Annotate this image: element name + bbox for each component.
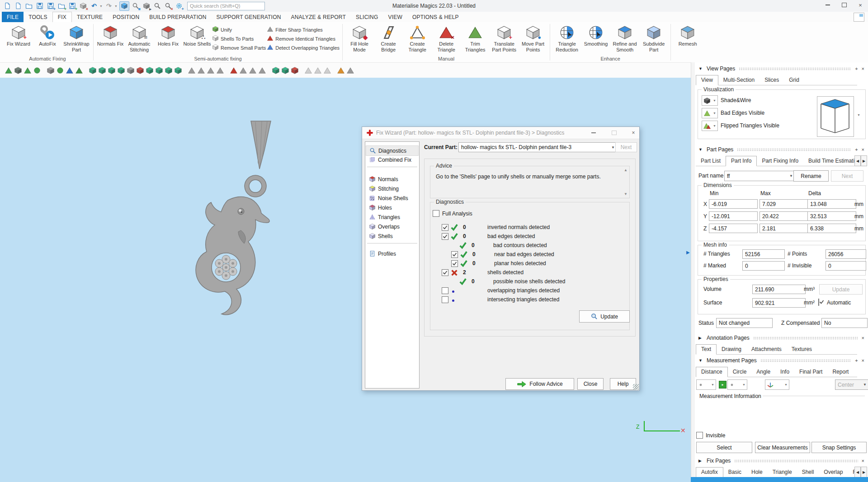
fix-nav-profiles[interactable]: Profiles [366, 249, 419, 258]
dialog-minimize-button[interactable] [586, 127, 601, 138]
automatic-stitching-button[interactable]: ≡Automatic Stitching [125, 23, 153, 53]
mesh-tool-icon-15[interactable] [145, 66, 154, 75]
menu-file[interactable]: FILE [2, 12, 24, 22]
noise-shells-button[interactable]: ∴Noise Shells [183, 23, 211, 47]
menu-fix[interactable]: FIX [52, 12, 72, 22]
fix-nav-combined-fix[interactable]: Combined Fix [366, 155, 419, 164]
mesh-tool-icon-23[interactable] [229, 66, 238, 75]
fix-nav-shells[interactable]: Shells [366, 231, 419, 241]
fix-pages-header[interactable]: ▶ Fix Pages × [695, 457, 868, 464]
triangle-reduction-button[interactable]: Triangle Reduction [553, 23, 581, 53]
mesh-tool-icon-2[interactable] [13, 66, 23, 75]
preview-caret-icon[interactable]: ▼ [857, 113, 860, 117]
mesh-tool-icon-8[interactable] [74, 66, 84, 75]
follow-advice-button[interactable]: Follow Advice [505, 378, 574, 390]
export-part-icon[interactable]: + [68, 2, 77, 10]
close-section-icon[interactable]: × [862, 358, 864, 363]
menu-position[interactable]: POSITION [108, 12, 144, 22]
undo-icon[interactable]: ↶ [90, 2, 99, 10]
delete-triangle-button[interactable]: ×Delete Triangle [432, 23, 460, 53]
mesh-tool-icon-1[interactable] [4, 66, 13, 75]
fill-hole-mode-button[interactable]: ◆Fill Hole Mode [345, 23, 373, 53]
view-part-icon[interactable]: ▸ [142, 2, 151, 10]
diagnostic-checkbox[interactable] [442, 224, 448, 231]
measurement-tab-angle[interactable]: Angle [751, 367, 775, 377]
measurement-tab-distance[interactable]: Distance [696, 367, 728, 377]
diagnostic-checkbox[interactable] [442, 233, 448, 240]
mesh-tool-icon-26[interactable] [257, 66, 267, 75]
save-icon[interactable] [35, 2, 44, 10]
remove-part-icon[interactable]: × [79, 2, 88, 10]
tab-scroll-arrows[interactable]: ◀ ▶ [854, 155, 867, 166]
menu-options-help[interactable]: OPTIONS & HELP [407, 12, 464, 22]
invisible-checkbox[interactable]: Invisible [696, 432, 725, 439]
diagnostic-checkbox[interactable] [442, 296, 448, 303]
expand-icon[interactable]: ▶ [698, 459, 703, 463]
fix-nav-holes[interactable]: Holes [366, 203, 419, 212]
part-tab-part-fixing-info[interactable]: Part Fixing Info [757, 156, 803, 166]
menu-analyze-report[interactable]: ANALYZE & REPORT [286, 12, 351, 22]
mesh-tool-icon-22[interactable] [215, 66, 225, 75]
point-mode-dropdown-2[interactable]: ▼ [727, 379, 747, 390]
mesh-tool-icon-31[interactable] [313, 66, 322, 75]
menu-tools[interactable]: TOOLS [24, 12, 52, 22]
filter-sharp-triangles-button[interactable]: Filter Sharp Triangles [267, 26, 340, 33]
view-cube-preview[interactable] [817, 96, 854, 137]
mesh-tool-icon-30[interactable] [303, 66, 313, 75]
mesh-tool-icon-19[interactable] [187, 66, 196, 75]
part-name-dropdown[interactable]: ff▼ [724, 171, 796, 181]
point-mode-dropdown-1[interactable]: ▼ [696, 379, 716, 390]
expand-icon[interactable]: ▶ [698, 336, 703, 340]
menu-build-preparation[interactable]: BUILD PREPARATION [144, 12, 211, 22]
create-triangle-button[interactable]: Create Triangle [403, 23, 431, 53]
smoothing-button[interactable]: Smoothing [582, 23, 610, 47]
clear-measurements-button[interactable]: Clear Measurements [755, 442, 810, 453]
mesh-tool-icon-27[interactable] [271, 66, 280, 75]
window-maximize-button[interactable] [839, 1, 849, 9]
diagnostic-checkbox[interactable] [442, 287, 448, 294]
settings-gear-icon[interactable]: + [175, 2, 184, 10]
mesh-tool-icon-7[interactable] [65, 66, 74, 75]
advice-scroll-up-icon[interactable]: ▲ [624, 168, 627, 172]
help-button[interactable]: Help [610, 378, 636, 390]
axis-mode-dropdown[interactable]: ▼ [765, 379, 789, 390]
close-section-icon[interactable]: × [862, 335, 864, 341]
dialog-resize-grip[interactable] [633, 384, 639, 390]
fix-nav-triangles[interactable]: Triangles [366, 212, 419, 222]
part-tab-build-time-estimation[interactable]: Build Time Estimation [803, 156, 857, 166]
remove-small-parts-button[interactable]: Remove Small Parts [212, 44, 266, 51]
tab-scroll-right-icon[interactable]: ▶ [861, 155, 867, 166]
mesh-tool-icon-12[interactable] [116, 66, 126, 75]
fix-tab-overlap[interactable]: Overlap [819, 468, 848, 477]
snap-settings-button[interactable]: Snap Settings [811, 442, 867, 453]
zoom-icon[interactable] [153, 2, 162, 10]
mesh-tool-icon-24[interactable] [238, 66, 248, 75]
pin-icon[interactable]: + [855, 358, 858, 363]
view-tab-grid[interactable]: Grid [784, 75, 804, 85]
mesh-tool-icon-20[interactable] [196, 66, 206, 75]
mesh-tool-icon-33[interactable] [336, 66, 345, 75]
window-minimize-button[interactable] [823, 1, 833, 9]
normals-fix-button[interactable]: Normals Fix [96, 23, 124, 47]
menu-texture[interactable]: TEXTURE [72, 12, 108, 22]
holes-fix-button[interactable]: Holes Fix [154, 23, 182, 47]
measurement-tab-report[interactable]: Report [827, 367, 854, 377]
dialog-close-button[interactable]: × [626, 127, 641, 138]
close-section-icon[interactable]: × [862, 458, 864, 463]
shrinkwrap-part-button[interactable]: ShrinkWrap Part [62, 23, 90, 53]
fix-nav-noise-shells[interactable]: Noise Shells [366, 193, 419, 203]
rename-button[interactable]: Rename [793, 170, 829, 182]
save-as-icon[interactable]: + [46, 2, 55, 10]
shade-mode-dropdown[interactable]: ▼ [702, 95, 718, 106]
redo-icon[interactable]: ↷ [104, 2, 113, 10]
collapse-icon[interactable]: ▼ [698, 147, 703, 152]
zoom-reset-icon[interactable]: × [164, 2, 173, 10]
fix-tab-triangle[interactable]: Triangle [768, 468, 797, 477]
mesh-tool-icon-16[interactable] [154, 66, 164, 75]
trim-triangles-button[interactable]: Trim Triangles [461, 23, 489, 53]
part-pages-header[interactable]: ▼ Part Pages + × [695, 146, 868, 153]
close-section-icon[interactable]: × [862, 66, 864, 71]
fit-view-icon[interactable] [119, 1, 129, 11]
diagnostic-checkbox[interactable] [442, 269, 448, 276]
mesh-tool-icon-13[interactable] [126, 66, 135, 75]
